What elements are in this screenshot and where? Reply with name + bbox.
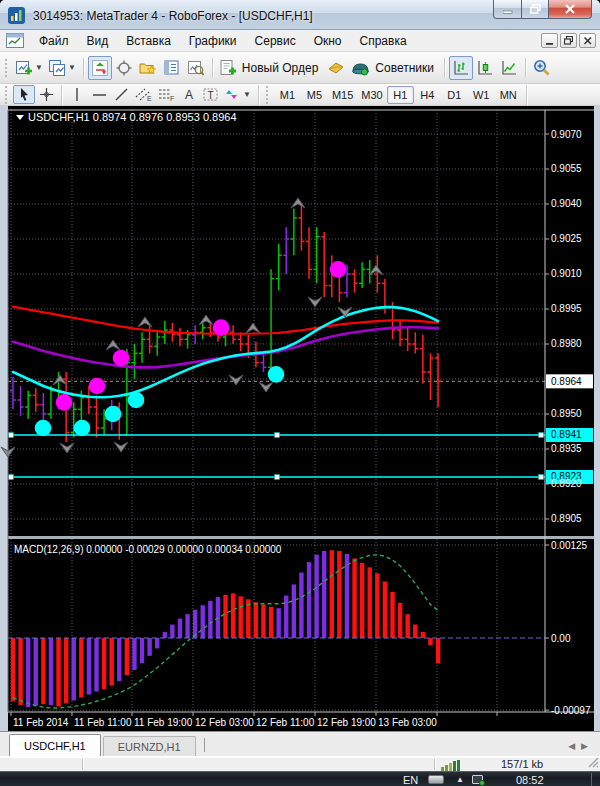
svg-text:0.8935: 0.8935 — [551, 443, 582, 454]
svg-text:0.8905: 0.8905 — [551, 513, 582, 524]
new-order-label: Новый Ордер — [242, 61, 318, 75]
chart-tabbar: USDCHF,H1 EURNZD,H1 ◀▶ — [0, 731, 600, 756]
toolbar-separator — [258, 85, 259, 105]
language-indicator[interactable]: EN — [403, 772, 418, 786]
mdi-close-button[interactable] — [579, 33, 596, 48]
connection-signal-icon — [441, 760, 460, 771]
minimize-button[interactable] — [493, 0, 522, 19]
toolbar-grip[interactable] — [5, 59, 10, 77]
svg-text:USDCHF,H1 0.8974 0.8976 0.895: USDCHF,H1 0.8974 0.8976 0.8953 0.8964 — [28, 111, 237, 123]
svg-text:A: A — [185, 88, 193, 102]
titlebar[interactable]: 3014953: MetaTrader 4 - RoboForex - [USD… — [0, 0, 600, 30]
statusbar-divider — [82, 759, 83, 770]
mdi-minimize-button[interactable] — [541, 33, 558, 48]
tab-scroll-arrows[interactable]: ◀▶ — [568, 741, 594, 751]
timeframe-h4-button[interactable]: H4 — [414, 86, 441, 104]
tab-usdchf-h1[interactable]: USDCHF,H1 — [9, 734, 101, 756]
cursor-tool-button[interactable] — [13, 85, 35, 104]
chart-shift-button[interactable] — [88, 56, 112, 80]
svg-text:0.9010: 0.9010 — [551, 268, 582, 279]
tray-expand-icon[interactable]: ▲ — [456, 772, 464, 786]
svg-text:0.00125: 0.00125 — [551, 540, 588, 551]
svg-text:0.8995: 0.8995 — [551, 303, 582, 314]
close-button[interactable] — [549, 0, 592, 19]
profiles-button[interactable]: ▼ — [46, 56, 79, 80]
line-chart-mode-button[interactable] — [497, 56, 521, 80]
menu-tools[interactable]: Сервис — [246, 32, 305, 50]
svg-text:E: E — [147, 95, 152, 102]
svg-text:12 Feb 19:00: 12 Feb 19:00 — [317, 717, 376, 728]
metatrader-window: 3014953: MetaTrader 4 - RoboForex - [USD… — [0, 0, 600, 786]
svg-text:0.8980: 0.8980 — [551, 338, 582, 349]
mdi-restore-button[interactable] — [560, 33, 577, 48]
chevron-down-icon: ▼ — [68, 63, 76, 72]
drawing-toolbar: E F A T ▼ M1 M5 M15 M30 H1 H4 D1 W1 MN — [0, 84, 600, 106]
svg-text:12 Feb 11:00: 12 Feb 11:00 — [256, 717, 315, 728]
svg-text:0.9025: 0.9025 — [551, 233, 582, 244]
clock[interactable]: 08:52 — [516, 772, 544, 786]
chevron-down-icon: ▼ — [35, 63, 43, 72]
horizontal-line-tool-button[interactable] — [88, 85, 110, 104]
tick-chart-button[interactable] — [184, 56, 208, 80]
trendline-tool-button[interactable] — [110, 85, 132, 104]
keyboard-icon[interactable] — [428, 772, 444, 786]
chart-area: 0.90700.90550.90400.90250.90100.89950.89… — [0, 106, 600, 731]
menu-view[interactable]: Вид — [78, 32, 118, 50]
network-icon[interactable] — [472, 772, 483, 786]
tab-eurnzd-h1[interactable]: EURNZD,H1 — [103, 736, 196, 756]
menubar: Файл Вид Вставка Графики Сервис Окно Спр… — [0, 30, 600, 52]
toolbar-grip[interactable] — [266, 86, 271, 104]
timeframe-m30-button[interactable]: M30 — [357, 86, 386, 104]
metaeditor-button[interactable] — [324, 56, 348, 80]
svg-text:11 Feb 2014: 11 Feb 2014 — [13, 717, 69, 728]
standard-toolbar: ▼ ▼ Новый Ордер Сов — [0, 52, 600, 84]
equidistant-channel-tool-button[interactable]: E — [132, 85, 155, 104]
svg-text:0.8941: 0.8941 — [551, 429, 582, 440]
zoom-in-button[interactable] — [530, 56, 554, 80]
svg-text:-0.00097: -0.00097 — [551, 705, 591, 716]
menu-file[interactable]: Файл — [30, 32, 78, 50]
auto-scroll-button[interactable] — [112, 56, 136, 80]
arrows-tool-button[interactable]: ▼ — [222, 85, 254, 104]
timeframe-d1-button[interactable]: D1 — [441, 86, 468, 104]
text-tool-button[interactable]: A — [178, 85, 200, 104]
svg-text:0.00: 0.00 — [551, 633, 571, 644]
data-window-button[interactable] — [160, 56, 184, 80]
timeframe-h1-button[interactable]: H1 — [387, 86, 414, 104]
new-order-button[interactable]: Новый Ордер — [217, 56, 324, 80]
price-chart-canvas[interactable]: 0.90700.90550.90400.90250.90100.89950.89… — [0, 106, 600, 731]
toolbar-separator — [444, 58, 445, 78]
svg-text:0.8920: 0.8920 — [551, 478, 582, 489]
timeframe-m15-button[interactable]: M15 — [328, 86, 357, 104]
app-icon — [8, 7, 25, 24]
bar-chart-mode-button[interactable] — [449, 56, 473, 80]
toolbar-separator — [212, 58, 213, 78]
favorites-button[interactable] — [136, 56, 160, 80]
timeframe-m1-button[interactable]: M1 — [274, 86, 301, 104]
menu-insert[interactable]: Вставка — [117, 32, 180, 50]
menu-charts[interactable]: Графики — [180, 32, 246, 50]
caption-buttons — [493, 0, 592, 19]
show-desktop-edge[interactable] — [591, 773, 592, 786]
svg-text:13 Feb 03:00: 13 Feb 03:00 — [378, 717, 437, 728]
fibonacci-tool-button[interactable]: F — [155, 85, 178, 104]
timeframe-w1-button[interactable]: W1 — [468, 86, 495, 104]
restore-button[interactable] — [522, 0, 549, 19]
toolbar-separator — [61, 85, 62, 105]
new-chart-button[interactable]: ▼ — [13, 56, 46, 80]
menu-window[interactable]: Окно — [305, 32, 351, 50]
tab-divider — [204, 738, 205, 752]
expert-advisors-button[interactable]: Советники — [348, 56, 440, 80]
menu-help[interactable]: Справка — [351, 32, 416, 50]
candlestick-mode-button[interactable] — [473, 56, 497, 80]
svg-text:T: T — [208, 90, 214, 101]
mdi-window-buttons — [541, 33, 596, 48]
resize-grip[interactable] — [587, 756, 599, 770]
vertical-line-tool-button[interactable] — [66, 85, 88, 104]
toolbar-grip[interactable] — [5, 86, 10, 104]
timeframe-m5-button[interactable]: M5 — [301, 86, 328, 104]
timeframe-mn-button[interactable]: MN — [495, 86, 522, 104]
crosshair-tool-button[interactable] — [35, 85, 57, 104]
toolbar-separator — [525, 58, 526, 78]
text-label-tool-button[interactable]: T — [200, 85, 222, 104]
